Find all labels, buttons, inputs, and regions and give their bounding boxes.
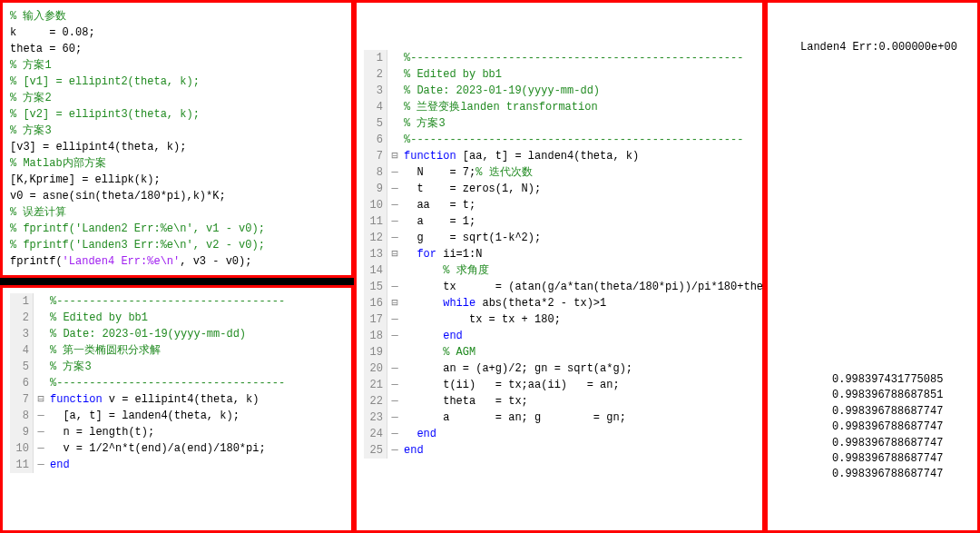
code-content[interactable]: % Edited by bb1	[48, 310, 344, 326]
code-line[interactable]: 21— t(ii) = tx;aa(ii) = an;	[364, 377, 755, 393]
code-line[interactable]: % fprintf('Landen2 Err:%e\n', v1 - v0);	[10, 221, 344, 237]
fold-icon[interactable]: ⊟	[387, 295, 402, 311]
code-content[interactable]: tx = (atan(g/a*tan(theta/180*pi))/pi*180…	[402, 279, 765, 295]
code-line[interactable]: 7⊟function [aa, t] = landen4(theta, k)	[364, 148, 755, 164]
code-line[interactable]: % [v2] = ellipint3(theta, k);	[10, 106, 344, 123]
code-panel-landen4[interactable]: 1%--------------------------------------…	[354, 0, 765, 533]
code-line[interactable]: 3% Date: 2023-01-19(yyyy-mm-dd)	[364, 83, 755, 99]
code-line[interactable]: 9— t = zeros(1, N);	[364, 181, 755, 197]
code-line[interactable]: % 方案1	[10, 57, 344, 74]
code-line[interactable]: 25—end	[364, 442, 755, 459]
fold-icon[interactable]: ⊟	[387, 148, 402, 164]
code-line[interactable]: 24— end	[364, 426, 755, 442]
output-bottom: 0.9983974317750850.9983967886878510.9983…	[827, 370, 948, 485]
code-line[interactable]: % 误差计算	[10, 204, 344, 221]
code-line[interactable]: 1%--------------------------------------…	[364, 50, 755, 66]
code-content[interactable]: end	[402, 328, 755, 344]
code-line[interactable]: % 输入参数	[10, 8, 344, 25]
code-line[interactable]: 11— a = 1;	[364, 213, 755, 230]
code-line[interactable]: 6%-----------------------------------	[10, 375, 344, 391]
code-line[interactable]: 14 % 求角度	[364, 262, 755, 279]
fold-icon[interactable]: ⊟	[387, 246, 402, 262]
code-line[interactable]: theta = 60;	[10, 41, 344, 57]
code-line[interactable]: 8— N = 7;% 迭代次数	[364, 164, 755, 181]
code-line[interactable]: 23— a = an; g = gn;	[364, 410, 755, 426]
code-content[interactable]: t(ii) = tx;aa(ii) = an;	[402, 377, 755, 393]
code-content[interactable]: function [aa, t] = landen4(theta, k)	[402, 148, 755, 164]
code-line[interactable]: 20— an = (a+g)/2; gn = sqrt(a*g);	[364, 360, 755, 377]
code-line[interactable]: 5% 方案3	[10, 359, 344, 375]
code-line[interactable]: 7⊟function v = ellipint4(theta, k)	[10, 391, 344, 408]
code-content[interactable]: %---------------------------------------…	[402, 50, 755, 66]
code-line[interactable]: 19 % AGM	[364, 344, 755, 360]
code-block-3[interactable]: 1%--------------------------------------…	[357, 3, 762, 464]
code-line[interactable]: 12— g = sqrt(1-k^2);	[364, 230, 755, 246]
code-content[interactable]: theta = tx;	[402, 393, 755, 410]
code-line[interactable]: % 方案3	[10, 123, 344, 139]
code-line[interactable]: 13⊟ for ii=1:N	[364, 246, 755, 262]
code-line[interactable]: 15— tx = (atan(g/a*tan(theta/180*pi))/pi…	[364, 279, 755, 295]
code-content[interactable]: tx = tx + 180;	[402, 311, 755, 328]
code-content[interactable]: % 方案3	[402, 115, 755, 132]
code-content[interactable]: end	[402, 426, 755, 442]
code-content[interactable]: % AGM	[402, 344, 755, 360]
code-line[interactable]: 16⊟ while abs(theta*2 - tx)>1	[364, 295, 755, 311]
code-content[interactable]: aa = t;	[402, 197, 755, 213]
code-line[interactable]: 5% 方案3	[364, 115, 755, 132]
code-block-2[interactable]: 1%-----------------------------------2% …	[3, 288, 351, 479]
code-content[interactable]: a = an; g = gn;	[402, 410, 755, 426]
code-content[interactable]: while abs(theta*2 - tx)>1	[402, 295, 755, 311]
code-line[interactable]: % Matlab内部方案	[10, 155, 344, 172]
code-content[interactable]: for ii=1:N	[402, 246, 755, 262]
code-line[interactable]: 8— [a, t] = landen4(theta, k);	[10, 408, 344, 424]
code-line[interactable]: 2% Edited by bb1	[364, 66, 755, 83]
code-block-1[interactable]: % 输入参数k = 0.08;theta = 60;% 方案1% [v1] = …	[3, 3, 351, 275]
code-line[interactable]: v0 = asne(sin(theta/180*pi),k)*K;	[10, 188, 344, 204]
code-content[interactable]: % 方案3	[48, 359, 344, 375]
code-line[interactable]: 9— n = length(t);	[10, 424, 344, 440]
code-content[interactable]: % Date: 2023-01-19(yyyy-mm-dd)	[48, 326, 344, 342]
code-line[interactable]: 3% Date: 2023-01-19(yyyy-mm-dd)	[10, 326, 344, 342]
code-line[interactable]: [v3] = ellipint4(theta, k);	[10, 139, 344, 155]
code-line[interactable]: 6%--------------------------------------…	[364, 132, 755, 148]
code-line[interactable]: 4% 兰登变换landen transformation	[364, 99, 755, 115]
code-content[interactable]: n = length(t);	[48, 424, 344, 440]
code-line[interactable]: % 方案2	[10, 90, 344, 106]
code-panel-main[interactable]: % 输入参数k = 0.08;theta = 60;% 方案1% [v1] = …	[0, 0, 354, 278]
code-line[interactable]: 18— end	[364, 328, 755, 344]
code-content[interactable]: N = 7;% 迭代次数	[402, 164, 755, 181]
code-line[interactable]: 11—end	[10, 457, 344, 473]
code-content[interactable]: end	[48, 457, 344, 473]
code-content[interactable]: %-----------------------------------	[48, 375, 344, 391]
code-content[interactable]: t = zeros(1, N);	[402, 181, 755, 197]
code-panel-ellipint4[interactable]: 1%-----------------------------------2% …	[0, 285, 354, 533]
code-content[interactable]: [a, t] = landen4(theta, k);	[48, 408, 344, 424]
code-line[interactable]: 2% Edited by bb1	[10, 310, 344, 326]
code-content[interactable]: function v = ellipint4(theta, k)	[48, 391, 344, 408]
code-line[interactable]: fprintf('Landen4 Err:%e\n', v3 - v0);	[10, 253, 344, 270]
code-content[interactable]: end	[402, 442, 755, 459]
code-content[interactable]: % 求角度	[402, 262, 755, 279]
code-line[interactable]: % [v1] = ellipint2(theta, k);	[10, 74, 344, 90]
code-content[interactable]: a = 1;	[402, 213, 755, 230]
code-line[interactable]: % fprintf('Landen3 Err:%e\n', v2 - v0);	[10, 237, 344, 253]
code-content[interactable]: % Edited by bb1	[402, 66, 755, 83]
code-line[interactable]: 10— v = 1/2^n*t(end)/a(end)/180*pi;	[10, 440, 344, 457]
code-line[interactable]: [K,Kprime] = ellipk(k);	[10, 172, 344, 188]
fold-icon[interactable]: ⊟	[34, 391, 48, 408]
code-line[interactable]: 4% 第一类椭圆积分求解	[10, 342, 344, 359]
code-content[interactable]: % Date: 2023-01-19(yyyy-mm-dd)	[402, 83, 755, 99]
code-content[interactable]: % 兰登变换landen transformation	[402, 99, 755, 115]
code-line[interactable]: 1%-----------------------------------	[10, 293, 344, 310]
code-line[interactable]: 10— aa = t;	[364, 197, 755, 213]
code-line[interactable]: 17— tx = tx + 180;	[364, 311, 755, 328]
code-line[interactable]: 22— theta = tx;	[364, 393, 755, 410]
code-content[interactable]: an = (a+g)/2; gn = sqrt(a*g);	[402, 360, 755, 377]
code-content[interactable]: v = 1/2^n*t(end)/a(end)/180*pi;	[48, 440, 344, 457]
code-content[interactable]: %---------------------------------------…	[402, 132, 755, 148]
code-content[interactable]: %-----------------------------------	[48, 293, 344, 310]
code-content[interactable]: g = sqrt(1-k^2);	[402, 230, 755, 246]
code-line[interactable]: k = 0.08;	[10, 25, 344, 41]
code-content[interactable]: % 第一类椭圆积分求解	[48, 342, 344, 359]
fold-icon: —	[387, 410, 402, 426]
